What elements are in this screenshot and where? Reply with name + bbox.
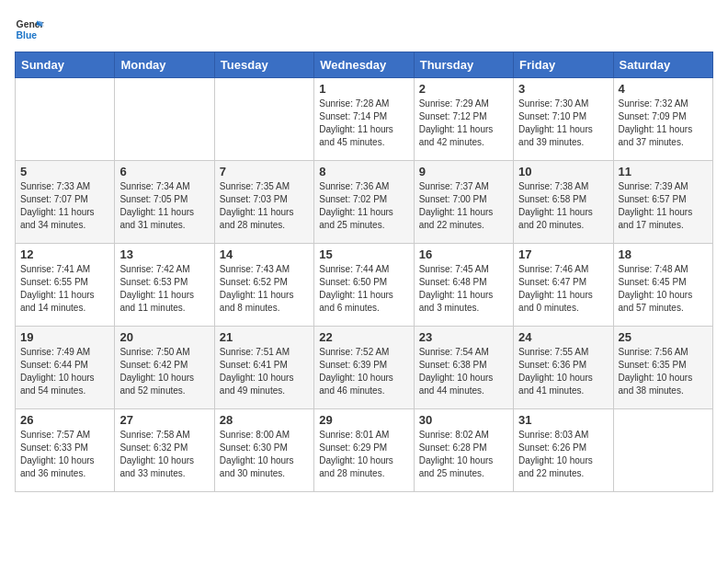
day-number: 23: [419, 330, 508, 344]
day-number: 24: [518, 330, 608, 344]
weekday-header-wednesday: Wednesday: [314, 52, 414, 78]
calendar-cell: 24Sunrise: 7:55 AM Sunset: 6:36 PM Dayli…: [514, 327, 613, 409]
calendar-cell: 4Sunrise: 7:32 AM Sunset: 7:09 PM Daylig…: [613, 78, 712, 161]
weekday-header-saturday: Saturday: [613, 52, 712, 78]
day-number: 15: [319, 247, 408, 261]
day-number: 4: [619, 82, 708, 96]
day-number: 21: [220, 330, 309, 344]
day-info: Sunrise: 7:34 AM Sunset: 7:05 PM Dayligh…: [119, 180, 209, 232]
day-info: Sunrise: 8:02 AM Sunset: 6:28 PM Dayligh…: [419, 429, 508, 480]
logo: General Blue: [15, 15, 44, 44]
day-number: 28: [220, 413, 309, 427]
day-info: Sunrise: 7:45 AM Sunset: 6:48 PM Dayligh…: [419, 263, 508, 315]
day-number: 13: [119, 247, 209, 261]
day-info: Sunrise: 8:01 AM Sunset: 6:29 PM Dayligh…: [319, 429, 408, 480]
day-info: Sunrise: 7:50 AM Sunset: 6:42 PM Dayligh…: [119, 346, 209, 397]
day-number: 19: [20, 330, 109, 344]
calendar-table: SundayMondayTuesdayWednesdayThursdayFrid…: [15, 52, 713, 492]
calendar-cell: [613, 409, 712, 492]
calendar-cell: [214, 78, 313, 161]
calendar-cell: 21Sunrise: 7:51 AM Sunset: 6:41 PM Dayli…: [214, 327, 313, 409]
calendar-cell: 23Sunrise: 7:54 AM Sunset: 6:38 PM Dayli…: [414, 327, 513, 409]
weekday-header-tuesday: Tuesday: [214, 52, 313, 78]
day-number: 10: [518, 165, 608, 178]
day-info: Sunrise: 7:48 AM Sunset: 6:45 PM Dayligh…: [619, 263, 708, 315]
day-number: 31: [518, 413, 608, 427]
day-info: Sunrise: 7:41 AM Sunset: 6:55 PM Dayligh…: [20, 263, 109, 315]
week-row-4: 26Sunrise: 7:57 AM Sunset: 6:33 PM Dayli…: [16, 409, 713, 492]
weekday-header-friday: Friday: [514, 52, 613, 78]
calendar-cell: 27Sunrise: 7:58 AM Sunset: 6:32 PM Dayli…: [115, 409, 214, 492]
day-number: 25: [619, 330, 708, 344]
day-info: Sunrise: 7:55 AM Sunset: 6:36 PM Dayligh…: [518, 346, 608, 397]
day-number: 16: [419, 247, 508, 261]
day-number: 14: [220, 247, 309, 261]
calendar-cell: 18Sunrise: 7:48 AM Sunset: 6:45 PM Dayli…: [613, 244, 712, 327]
weekday-header-row: SundayMondayTuesdayWednesdayThursdayFrid…: [16, 52, 713, 78]
calendar-cell: 29Sunrise: 8:01 AM Sunset: 6:29 PM Dayli…: [314, 409, 414, 492]
calendar-cell: 14Sunrise: 7:43 AM Sunset: 6:52 PM Dayli…: [214, 244, 313, 327]
day-number: 1: [319, 82, 408, 96]
day-number: 3: [518, 82, 608, 96]
week-row-1: 5Sunrise: 7:33 AM Sunset: 7:07 PM Daylig…: [16, 161, 713, 244]
calendar-cell: 7Sunrise: 7:35 AM Sunset: 7:03 PM Daylig…: [214, 161, 313, 244]
day-info: Sunrise: 7:57 AM Sunset: 6:33 PM Dayligh…: [20, 429, 109, 480]
calendar-cell: 1Sunrise: 7:28 AM Sunset: 7:14 PM Daylig…: [314, 78, 414, 161]
calendar-cell: 2Sunrise: 7:29 AM Sunset: 7:12 PM Daylig…: [414, 78, 513, 161]
calendar-cell: 25Sunrise: 7:56 AM Sunset: 6:35 PM Dayli…: [613, 327, 712, 409]
weekday-header-thursday: Thursday: [414, 52, 513, 78]
day-info: Sunrise: 7:33 AM Sunset: 7:07 PM Dayligh…: [20, 180, 109, 232]
day-info: Sunrise: 7:44 AM Sunset: 6:50 PM Dayligh…: [319, 263, 408, 315]
day-info: Sunrise: 7:38 AM Sunset: 6:58 PM Dayligh…: [518, 180, 608, 232]
calendar-cell: 16Sunrise: 7:45 AM Sunset: 6:48 PM Dayli…: [414, 244, 513, 327]
day-number: 12: [20, 247, 109, 261]
calendar-cell: 6Sunrise: 7:34 AM Sunset: 7:05 PM Daylig…: [115, 161, 214, 244]
day-number: 26: [20, 413, 109, 427]
day-info: Sunrise: 7:28 AM Sunset: 7:14 PM Dayligh…: [319, 98, 408, 149]
calendar-cell: 28Sunrise: 8:00 AM Sunset: 6:30 PM Dayli…: [214, 409, 313, 492]
day-info: Sunrise: 7:46 AM Sunset: 6:47 PM Dayligh…: [518, 263, 608, 315]
day-info: Sunrise: 7:35 AM Sunset: 7:03 PM Dayligh…: [220, 180, 309, 232]
calendar-cell: 31Sunrise: 8:03 AM Sunset: 6:26 PM Dayli…: [514, 409, 613, 492]
svg-text:Blue: Blue: [17, 30, 38, 40]
calendar-cell: 15Sunrise: 7:44 AM Sunset: 6:50 PM Dayli…: [314, 244, 414, 327]
calendar-cell: 30Sunrise: 8:02 AM Sunset: 6:28 PM Dayli…: [414, 409, 513, 492]
day-info: Sunrise: 8:00 AM Sunset: 6:30 PM Dayligh…: [220, 429, 309, 480]
day-info: Sunrise: 7:29 AM Sunset: 7:12 PM Dayligh…: [419, 98, 508, 149]
day-info: Sunrise: 7:56 AM Sunset: 6:35 PM Dayligh…: [619, 346, 708, 397]
day-number: 30: [419, 413, 508, 427]
calendar-cell: 26Sunrise: 7:57 AM Sunset: 6:33 PM Dayli…: [16, 409, 115, 492]
weekday-header-sunday: Sunday: [16, 52, 115, 78]
day-info: Sunrise: 7:42 AM Sunset: 6:53 PM Dayligh…: [119, 263, 209, 315]
calendar-cell: 20Sunrise: 7:50 AM Sunset: 6:42 PM Dayli…: [115, 327, 214, 409]
day-info: Sunrise: 7:51 AM Sunset: 6:41 PM Dayligh…: [220, 346, 309, 397]
day-info: Sunrise: 7:32 AM Sunset: 7:09 PM Dayligh…: [619, 98, 708, 149]
weekday-header-monday: Monday: [115, 52, 214, 78]
day-info: Sunrise: 7:43 AM Sunset: 6:52 PM Dayligh…: [220, 263, 309, 315]
calendar-cell: 22Sunrise: 7:52 AM Sunset: 6:39 PM Dayli…: [314, 327, 414, 409]
calendar-cell: 11Sunrise: 7:39 AM Sunset: 6:57 PM Dayli…: [613, 161, 712, 244]
calendar-cell: 13Sunrise: 7:42 AM Sunset: 6:53 PM Dayli…: [115, 244, 214, 327]
day-number: 9: [419, 165, 508, 178]
day-info: Sunrise: 7:37 AM Sunset: 7:00 PM Dayligh…: [419, 180, 508, 232]
calendar-cell: 9Sunrise: 7:37 AM Sunset: 7:00 PM Daylig…: [414, 161, 513, 244]
calendar-cell: 19Sunrise: 7:49 AM Sunset: 6:44 PM Dayli…: [16, 327, 115, 409]
calendar-cell: 5Sunrise: 7:33 AM Sunset: 7:07 PM Daylig…: [16, 161, 115, 244]
day-info: Sunrise: 7:39 AM Sunset: 6:57 PM Dayligh…: [619, 180, 708, 232]
day-number: 2: [419, 82, 508, 96]
calendar-cell: 12Sunrise: 7:41 AM Sunset: 6:55 PM Dayli…: [16, 244, 115, 327]
week-row-2: 12Sunrise: 7:41 AM Sunset: 6:55 PM Dayli…: [16, 244, 713, 327]
calendar-cell: 10Sunrise: 7:38 AM Sunset: 6:58 PM Dayli…: [514, 161, 613, 244]
day-info: Sunrise: 7:49 AM Sunset: 6:44 PM Dayligh…: [20, 346, 109, 397]
day-info: Sunrise: 7:54 AM Sunset: 6:38 PM Dayligh…: [419, 346, 508, 397]
calendar-cell: 8Sunrise: 7:36 AM Sunset: 7:02 PM Daylig…: [314, 161, 414, 244]
day-number: 8: [319, 165, 408, 178]
day-number: 22: [319, 330, 408, 344]
calendar-cell: [115, 78, 214, 161]
calendar-cell: 3Sunrise: 7:30 AM Sunset: 7:10 PM Daylig…: [514, 78, 613, 161]
day-info: Sunrise: 8:03 AM Sunset: 6:26 PM Dayligh…: [518, 429, 608, 480]
day-info: Sunrise: 7:52 AM Sunset: 6:39 PM Dayligh…: [319, 346, 408, 397]
day-info: Sunrise: 7:30 AM Sunset: 7:10 PM Dayligh…: [518, 98, 608, 149]
day-info: Sunrise: 7:58 AM Sunset: 6:32 PM Dayligh…: [119, 429, 209, 480]
day-number: 20: [119, 330, 209, 344]
